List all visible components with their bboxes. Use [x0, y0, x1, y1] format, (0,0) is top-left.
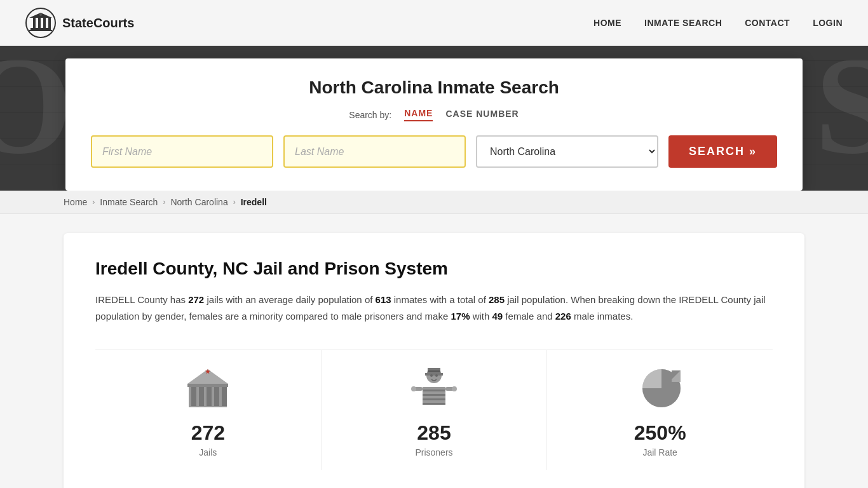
stat-jails-label: Jails	[199, 447, 217, 458]
breadcrumb-current: Iredell	[241, 197, 267, 207]
stat-jails-number: 272	[191, 421, 225, 445]
svg-rect-10	[191, 387, 196, 406]
stat-prisoners-label: Prisoners	[415, 447, 452, 458]
svg-rect-11	[199, 387, 204, 406]
svg-rect-25	[423, 398, 445, 400]
svg-point-29	[411, 386, 416, 391]
main-content: Iredell County, NC Jail and Prison Syste…	[0, 214, 868, 488]
svg-rect-6	[48, 18, 51, 28]
stat-prisoners: 285 Prisoners	[322, 350, 548, 470]
search-button[interactable]: SEARCH »	[668, 135, 777, 168]
breadcrumb-home[interactable]: Home	[64, 197, 87, 207]
svg-point-30	[452, 386, 457, 391]
svg-rect-4	[38, 18, 41, 28]
svg-rect-5	[43, 18, 46, 28]
svg-point-8	[39, 13, 42, 16]
nav-links-container: HOME INMATE SEARCH CONTACT LOGIN	[593, 18, 843, 28]
hero-section: COURTHOUSE StateCourts HOME INMATE SEARC…	[0, 0, 868, 191]
chart-icon	[635, 363, 686, 414]
svg-point-31	[430, 374, 433, 377]
search-card-title: North Carolina Inmate Search	[91, 78, 777, 98]
svg-rect-14	[222, 387, 227, 406]
tab-case-number[interactable]: CASE NUMBER	[445, 109, 519, 121]
jail-icon	[182, 363, 233, 414]
navigation: StateCourts HOME INMATE SEARCH CONTACT L…	[0, 0, 868, 46]
tab-name[interactable]: NAME	[404, 108, 433, 121]
content-card: Iredell County, NC Jail and Prison Syste…	[64, 233, 804, 488]
search-card: North Carolina Inmate Search Search by: …	[65, 58, 803, 191]
breadcrumb-sep-3: ›	[233, 198, 236, 207]
search-by-row: Search by: NAME CASE NUMBER	[91, 108, 777, 121]
stat-female-pct: 17%	[451, 311, 470, 322]
breadcrumb-sep-1: ›	[92, 198, 95, 207]
breadcrumb-north-carolina[interactable]: North Carolina	[170, 197, 227, 207]
search-inputs-row: North Carolina Alabama Alaska Arizona Ar…	[91, 135, 777, 168]
prisoner-icon	[409, 363, 459, 414]
svg-rect-24	[423, 394, 445, 396]
search-card-wrapper: North Carolina Inmate Search Search by: …	[0, 46, 868, 191]
svg-rect-1	[31, 28, 51, 30]
nav-login-link[interactable]: LOGIN	[813, 18, 843, 28]
stat-male-count: 226	[555, 311, 571, 322]
stat-jail-rate-number: 250%	[634, 421, 686, 445]
svg-rect-26	[423, 403, 445, 405]
svg-rect-15	[187, 384, 228, 387]
breadcrumb: Home › Inmate Search › North Carolina › …	[0, 191, 868, 214]
svg-rect-13	[214, 387, 219, 406]
breadcrumb-inmate-search[interactable]: Inmate Search	[100, 197, 158, 207]
logo-icon	[25, 8, 56, 38]
stat-jail-rate: 250% Jail Rate	[547, 350, 773, 470]
search-by-label: Search by:	[349, 110, 391, 120]
site-name: StateCourts	[62, 16, 134, 30]
stat-female-count: 49	[492, 311, 503, 322]
nav-inmate-search-link[interactable]: INMATE SEARCH	[644, 18, 722, 28]
breadcrumb-sep-2: ›	[163, 198, 165, 207]
stat-jails: 272 Jails	[95, 350, 322, 470]
stat-avg-pop: 613	[376, 294, 391, 305]
first-name-input[interactable]	[91, 135, 273, 168]
svg-rect-12	[207, 387, 212, 406]
content-title: Iredell County, NC Jail and Prison Syste…	[95, 259, 773, 279]
nav-home-link[interactable]: HOME	[593, 18, 621, 28]
site-logo[interactable]: StateCourts	[25, 8, 134, 38]
content-description: IREDELL County has 272 jails with an ave…	[95, 292, 773, 324]
svg-point-32	[435, 374, 438, 377]
state-select[interactable]: North Carolina Alabama Alaska Arizona Ar…	[476, 135, 658, 168]
nav-contact-link[interactable]: CONTACT	[745, 18, 790, 28]
stat-jails-count: 272	[188, 294, 204, 305]
stat-prisoners-number: 285	[417, 421, 451, 445]
stat-total-pop: 285	[489, 294, 505, 305]
svg-rect-3	[33, 18, 36, 28]
stat-jail-rate-label: Jail Rate	[642, 447, 677, 458]
svg-rect-23	[423, 390, 445, 391]
svg-rect-21	[428, 370, 440, 372]
stats-row: 272 Jails	[95, 349, 773, 470]
last-name-input[interactable]	[283, 135, 466, 168]
svg-rect-2	[29, 30, 52, 31]
